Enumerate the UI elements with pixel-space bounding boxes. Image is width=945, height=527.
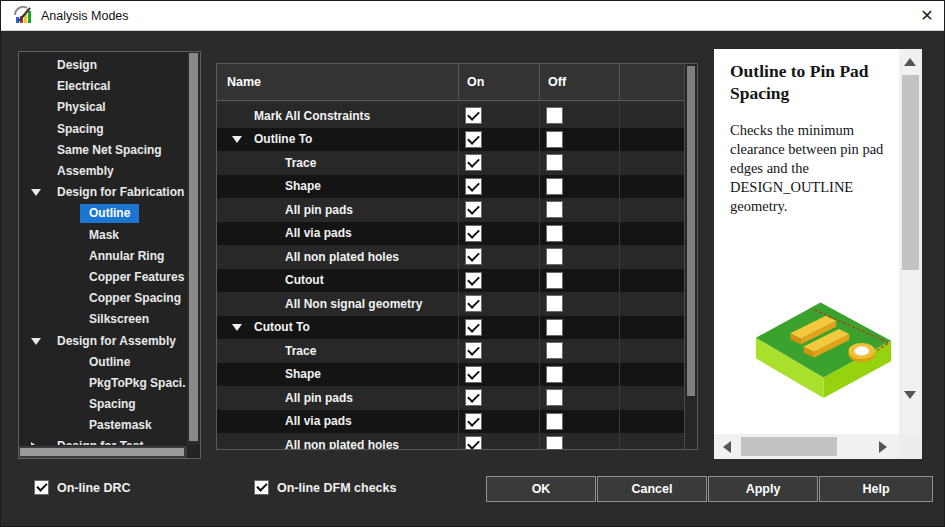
sidebar-item-copper-features[interactable]: Copper Features [19,267,186,288]
scrollbar-thumb[interactable] [902,75,919,270]
online-dfm-checkbox[interactable] [254,480,269,495]
table-row[interactable]: All via pads [217,410,684,434]
scrollbar-thumb[interactable] [189,53,198,441]
sidebar-item-design-for-fabrication[interactable]: Design for Fabrication [19,182,186,203]
ok-button[interactable]: OK [486,476,596,502]
sidebar-item-outline[interactable]: Outline [19,203,186,224]
triangle-down-icon[interactable] [232,324,242,331]
sidebar-item-design-for-assembly[interactable]: Design for Assembly [19,330,186,351]
triangle-right-icon[interactable] [31,442,38,445]
tree-vertical-scrollbar[interactable] [187,52,200,445]
on-checkbox[interactable] [465,319,482,336]
scroll-right-icon[interactable] [879,441,887,453]
off-checkbox[interactable] [546,295,563,312]
on-checkbox[interactable] [465,436,482,449]
off-checkbox[interactable] [546,366,563,383]
off-checkbox[interactable] [546,225,563,242]
table-row[interactable]: Trace [217,339,684,363]
table-row[interactable]: All pin pads [217,198,684,222]
sidebar-item-mask[interactable]: Mask [19,225,186,246]
sidebar-item-silkscreen[interactable]: Silkscreen [19,309,186,330]
table-row[interactable]: Shape [217,175,684,199]
off-checkbox[interactable] [546,342,563,359]
sidebar-item-copper-spacing[interactable]: Copper Spacing [19,288,186,309]
sidebar-item-spacing[interactable]: Spacing [19,119,186,140]
table-row[interactable]: Shape [217,363,684,387]
off-cell [540,433,620,449]
off-checkbox[interactable] [546,319,563,336]
sidebar-item-assembly[interactable]: Assembly [19,161,186,182]
sidebar-item-pastemask[interactable]: Pastemask [19,415,186,436]
triangle-down-icon[interactable] [232,136,242,143]
off-checkbox[interactable] [546,178,563,195]
off-checkbox[interactable] [546,154,563,171]
table-row[interactable]: Trace [217,151,684,175]
row-label: All pin pads [285,391,353,405]
apply-button[interactable]: Apply [708,476,818,502]
table-row[interactable]: All non plated holes [217,245,684,269]
on-checkbox[interactable] [465,225,482,242]
off-checkbox[interactable] [546,272,563,289]
table-row[interactable]: All via pads [217,222,684,246]
off-checkbox[interactable] [546,201,563,218]
scroll-down-icon[interactable] [904,391,916,399]
sidebar-item-annular-ring[interactable]: Annular Ring [19,246,186,267]
online-dfm-label: On-line DFM checks [277,481,396,495]
scroll-left-icon[interactable] [723,441,731,453]
cancel-button[interactable]: Cancel [597,476,707,502]
off-checkbox[interactable] [546,389,563,406]
off-checkbox[interactable] [546,248,563,265]
column-header-on[interactable]: On [459,64,540,100]
sidebar-item-physical[interactable]: Physical [19,97,186,118]
sidebar-item-outline[interactable]: Outline [19,352,186,373]
help-vertical-scrollbar[interactable] [899,49,922,434]
on-checkbox[interactable] [465,342,482,359]
sidebar-item-design-for-test[interactable]: Design for Test [19,436,186,445]
table-row[interactable]: All Non signal geometry [217,292,684,316]
triangle-down-icon[interactable] [31,189,41,196]
sidebar-item-design[interactable]: Design [19,55,186,76]
on-checkbox[interactable] [465,295,482,312]
scrollbar-thumb[interactable] [741,437,837,456]
row-name-cell: Trace [217,151,459,175]
table-row[interactable]: Mark All Constraints [217,104,684,128]
off-checkbox[interactable] [546,107,563,124]
column-header-name[interactable]: Name [217,64,459,100]
scrollbar-thumb[interactable] [687,66,695,396]
on-checkbox[interactable] [465,366,482,383]
table-row[interactable]: All pin pads [217,386,684,410]
sidebar-item-electrical[interactable]: Electrical [19,76,186,97]
on-checkbox[interactable] [465,107,482,124]
sidebar-item-spacing[interactable]: Spacing [19,394,186,415]
sidebar-item-same-net-spacing[interactable]: Same Net Spacing [19,140,186,161]
on-checkbox[interactable] [465,248,482,265]
table-vertical-scrollbar[interactable] [684,64,697,449]
off-checkbox[interactable] [546,131,563,148]
on-checkbox[interactable] [465,201,482,218]
off-checkbox[interactable] [546,436,563,449]
scroll-up-icon[interactable] [904,58,916,66]
help-horizontal-scrollbar[interactable] [714,434,899,459]
table-row[interactable]: Cutout To [217,316,684,340]
table-row[interactable]: Outline To [217,128,684,152]
close-icon[interactable]: ✕ [910,1,944,31]
help-button[interactable]: Help [819,476,933,502]
on-checkbox[interactable] [465,154,482,171]
on-checkbox[interactable] [465,131,482,148]
on-checkbox[interactable] [465,389,482,406]
column-header-off[interactable]: Off [540,64,620,100]
triangle-down-icon[interactable] [31,338,41,345]
off-checkbox[interactable] [546,413,563,430]
scrollbar-thumb[interactable] [20,448,184,456]
tree-horizontal-scrollbar[interactable] [19,446,187,458]
table-row[interactable]: All non plated holes [217,433,684,449]
on-cell [459,339,540,363]
on-checkbox[interactable] [465,413,482,430]
help-description: Checks the minimum clearance between pin… [730,121,897,217]
sidebar-item-pkgtopkg-spaci[interactable]: PkgToPkg Spaci... [19,373,186,394]
table-row[interactable]: Cutout [217,269,684,293]
off-cell [540,363,620,387]
online-drc-checkbox[interactable] [34,480,49,495]
on-checkbox[interactable] [465,178,482,195]
on-checkbox[interactable] [465,272,482,289]
